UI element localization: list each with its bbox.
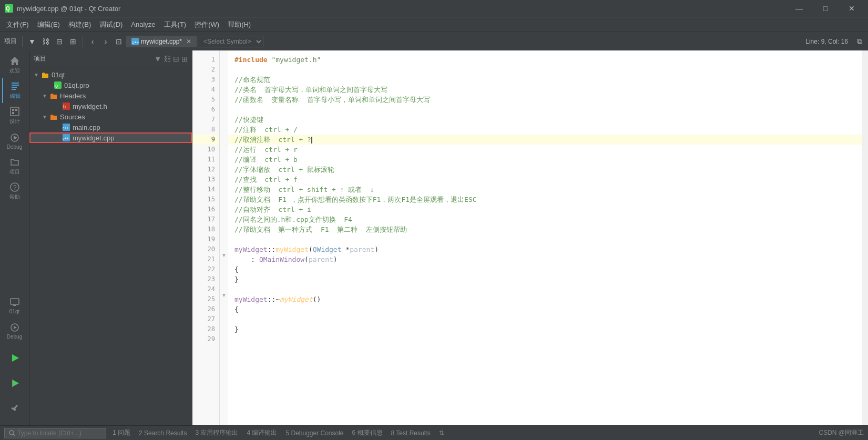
code-container[interactable]: 1 2 3 4 5 6 7 8 9 10 11 12 13 14 15 16 1… xyxy=(192,50,868,425)
status-compile[interactable]: 4 编译输出 xyxy=(247,428,277,437)
collapse-icon[interactable]: ⊟ xyxy=(173,55,179,63)
ln-9: 9 xyxy=(192,135,219,145)
menu-controls[interactable]: 控件(W) xyxy=(190,18,223,32)
status-test[interactable]: 8 Test Results xyxy=(391,429,431,437)
ln-22: 22 xyxy=(192,264,219,274)
tree-item-headers[interactable]: ▼ Headers xyxy=(29,90,192,101)
status-items: 1 问题 2 Search Results 3 应用程序输出 4 编译输出 5 … xyxy=(113,428,444,437)
sidebar-item-debug[interactable]: Debug xyxy=(2,128,27,154)
svg-rect-10 xyxy=(12,109,14,111)
menu-build[interactable]: 构建(B) xyxy=(64,18,95,32)
editor-scrollbar[interactable] xyxy=(862,50,868,425)
code-line-6 xyxy=(228,105,862,115)
sidebar-label-debug2: Debug xyxy=(7,334,22,340)
code-line-7: //快捷键 xyxy=(228,115,862,125)
minimize-button[interactable]: — xyxy=(787,0,811,17)
window-title: mywidget.cpp @ 01qt - Qt Creator xyxy=(17,5,120,13)
svg-rect-6 xyxy=(12,85,19,86)
menu-edit[interactable]: 编辑(E) xyxy=(33,18,64,32)
code-line-2 xyxy=(228,65,862,75)
sidebar-item-welcome[interactable]: 欢迎 xyxy=(2,53,27,78)
sidebar-label-edit: 编辑 xyxy=(10,93,21,100)
svg-rect-7 xyxy=(12,87,17,88)
menu-tools[interactable]: 工具(T) xyxy=(160,18,191,32)
toolbar-collapse-btn[interactable]: ⊟ xyxy=(53,35,66,48)
status-issues[interactable]: 1 问题 xyxy=(113,428,130,437)
editor-area: 1 2 3 4 5 6 7 8 9 10 11 12 13 14 15 16 1… xyxy=(192,50,868,425)
sidebar-item-debug2[interactable]: Debug xyxy=(2,318,27,343)
status-search-results[interactable]: 2 Search Results xyxy=(139,429,187,437)
design-icon xyxy=(9,106,20,117)
toolbar-filter-btn[interactable]: ▼ xyxy=(26,35,38,48)
tree-item-mywidget-cpp[interactable]: c++ mywidget.cpp xyxy=(29,132,192,143)
sidebar-item-design[interactable]: 设计 xyxy=(2,103,27,128)
symbol-select[interactable]: <Select Symbol> xyxy=(198,36,263,47)
maximize-button[interactable]: □ xyxy=(813,0,838,17)
tree-item-root[interactable]: ▼ 01qt xyxy=(29,69,192,80)
search-input[interactable] xyxy=(17,429,101,437)
sidebar-item-edit[interactable]: 编辑 xyxy=(2,78,27,103)
status-overview[interactable]: 6 概要信息 xyxy=(352,428,383,437)
edit-icon xyxy=(10,81,21,91)
run-btn[interactable] xyxy=(2,345,27,371)
close-button[interactable]: ✕ xyxy=(840,0,864,17)
toolbar-link-btn[interactable]: ⛓ xyxy=(39,35,52,48)
fold-column: ▼ ▼ xyxy=(220,50,228,425)
menu-file[interactable]: 文件(F) xyxy=(2,18,33,32)
sidebar-label-design: 设计 xyxy=(9,118,20,125)
code-body[interactable]: #include "mywidget.h" //命名规范 //类名 首字母大写，… xyxy=(228,50,862,425)
status-arrows[interactable]: ⇅ xyxy=(439,429,444,437)
monitor-icon xyxy=(9,297,20,308)
sidebar-item-help[interactable]: ? 帮助 xyxy=(2,179,27,204)
fold-21[interactable]: ▼ xyxy=(220,250,228,260)
build-run-btn[interactable] xyxy=(2,371,27,396)
fold-25[interactable]: ▼ xyxy=(220,290,228,300)
split-editor-btn[interactable]: ⧉ xyxy=(853,35,866,48)
sidebar-item-01qt[interactable]: 01qt xyxy=(2,293,27,318)
tree-item-main-cpp[interactable]: c++ main.cpp xyxy=(29,122,192,132)
filter-icon[interactable]: ▼ xyxy=(154,55,161,63)
sources-folder-icon xyxy=(49,112,58,121)
tree-item-mywidget-h[interactable]: h mywidget.h xyxy=(29,101,192,111)
code-line-28: } xyxy=(228,324,862,334)
tab-close-btn[interactable]: ✕ xyxy=(186,38,191,45)
nav-back-btn[interactable]: ‹ xyxy=(86,35,99,48)
ln-23: 23 xyxy=(192,274,219,284)
svg-rect-18 xyxy=(13,305,16,306)
tool-btn[interactable] xyxy=(2,396,27,421)
status-debugger[interactable]: 5 Debugger Console xyxy=(285,429,343,437)
ln-11: 11 xyxy=(192,155,219,165)
menu-debug[interactable]: 调试(D) xyxy=(95,18,127,32)
tree-item-pro[interactable]: Q 01qt.pro xyxy=(29,80,192,90)
link-icon[interactable]: ⛓ xyxy=(164,55,171,63)
svg-text:c++: c++ xyxy=(132,40,139,45)
status-app-output[interactable]: 3 应用程序输出 xyxy=(195,428,238,437)
search-box[interactable] xyxy=(4,428,106,438)
nav-up-btn[interactable]: ⊡ xyxy=(113,35,125,48)
title-bar: Q mywidget.cpp @ 01qt - Qt Creator — □ ✕ xyxy=(0,0,868,17)
code-line-18: //帮助文档 第一种方式 F1 第二种 左侧按钮帮助 xyxy=(228,224,862,234)
build-icon xyxy=(9,378,20,388)
code-line-8: //注释 ctrl + / xyxy=(228,125,862,135)
tree-arrow-sources: ▼ xyxy=(42,114,49,120)
code-line-4: //类名 首字母大写，单词和单词之间首字母大写 xyxy=(228,85,862,95)
toolbar-expand-btn[interactable]: ⊞ xyxy=(67,35,79,48)
expand-icon[interactable]: ⊞ xyxy=(181,55,188,63)
ln-24: 24 xyxy=(192,284,219,294)
header-file-icon: h xyxy=(62,102,70,110)
svg-marker-21 xyxy=(12,354,19,362)
window-controls: — □ ✕ xyxy=(787,0,864,17)
svg-rect-12 xyxy=(12,112,14,114)
menu-help[interactable]: 帮助(H) xyxy=(223,18,255,32)
nav-forward-btn[interactable]: › xyxy=(99,35,112,48)
help-icon: ? xyxy=(9,182,20,192)
sidebar-item-project[interactable]: 项目 xyxy=(2,154,27,179)
menu-analyze[interactable]: Analyze xyxy=(127,18,159,30)
tree-name-sources: Sources xyxy=(60,113,188,121)
tree-name-root: 01qt xyxy=(52,71,188,79)
toolbar-separator-2 xyxy=(83,36,83,47)
tree-item-sources[interactable]: ▼ Sources xyxy=(29,111,192,122)
svg-rect-5 xyxy=(12,83,19,84)
ln-2: 2 xyxy=(192,65,219,75)
file-tab[interactable]: c++ mywidget.cpp* ✕ xyxy=(126,36,197,47)
